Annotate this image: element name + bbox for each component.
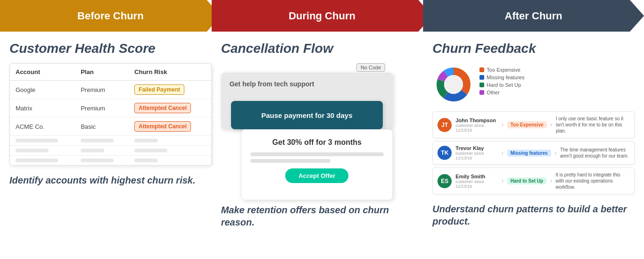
- cell-risk: Attempted Cancel: [129, 117, 211, 136]
- card-lines: [250, 152, 384, 163]
- user-name: John Thompson: [455, 117, 498, 123]
- feedback-text: I only use one basic feature so it isn't…: [556, 116, 629, 134]
- chevron-right-icon-2: ›: [551, 122, 552, 127]
- legend-dot: [479, 83, 484, 87]
- reason-badge: Missing features: [507, 150, 551, 157]
- reason-badge: Hard to Set Up: [507, 177, 546, 184]
- card-gray-text: Get help from tech support: [230, 80, 314, 88]
- cell-account: Matrix: [10, 99, 75, 117]
- avatar: JT: [438, 118, 452, 132]
- legend-label: Other: [487, 90, 500, 95]
- card-line-1: [250, 152, 384, 156]
- user-since: customer since 11/13/16: [455, 179, 498, 189]
- after-section-title: Churn Feedback: [432, 41, 536, 56]
- legend-item: Hard to Set Up: [479, 82, 524, 88]
- risk-badge: Failed Payment: [134, 84, 184, 95]
- feedback-row: ESEmily Smithcustomer since 11/13/16›Har…: [432, 167, 635, 194]
- avatar: ES: [438, 174, 452, 188]
- legend-label: Missing features: [487, 75, 524, 80]
- feedback-row: JTJohn Thompsoncustomer since 11/13/16›T…: [432, 111, 635, 138]
- accept-offer-button[interactable]: Accept Offer: [285, 168, 348, 183]
- legend-item: Missing features: [479, 75, 524, 80]
- cell-plan: Premium: [75, 81, 129, 99]
- after-churn-label: After Churn: [505, 10, 562, 22]
- chevron-right-icon: ›: [502, 122, 503, 127]
- avatar: TK: [438, 146, 452, 160]
- no-code-badge: No Code: [356, 63, 385, 72]
- feedback-text: It is pretty hard to integrate this with…: [555, 172, 629, 190]
- legend-label: Hard to Set Up: [487, 82, 521, 88]
- after-churn-arrow: After Churn: [423, 0, 644, 32]
- during-caption: Make retention offers based on churn rea…: [221, 204, 423, 228]
- card-white: Get 30% off for 3 months Accept Offer: [241, 129, 393, 200]
- table-row: GooglePremiumFailed Payment: [10, 81, 211, 99]
- before-churn-label: Before Churn: [77, 10, 144, 22]
- during-churn-label: During Churn: [289, 10, 355, 22]
- donut-area: Too ExpensiveMissing featuresHard to Set…: [432, 63, 635, 106]
- card-white-title: Get 30% off for 3 months: [272, 138, 362, 147]
- legend-dot: [479, 67, 484, 72]
- legend-item: Too Expensive: [479, 67, 524, 73]
- chevron-right-icon-2: ›: [550, 178, 552, 184]
- risk-badge: Attempted Cancel: [134, 103, 191, 113]
- table-row-empty-2: [10, 146, 211, 156]
- card-line-2: [250, 159, 330, 163]
- table-row-empty-3: [10, 156, 211, 166]
- legend-label: Too Expensive: [487, 67, 520, 73]
- cancellation-container: No Code Get help from tech support Pause…: [221, 63, 423, 195]
- feedback-container: Too ExpensiveMissing featuresHard to Set…: [432, 63, 635, 194]
- cell-plan: Basic: [75, 117, 129, 136]
- main-content: Customer Health Score Account Plan Churn…: [0, 32, 644, 233]
- table-row: MatrixPremiumAttempted Cancel: [10, 99, 211, 117]
- card-teal: Pause payment for 30 days: [231, 101, 383, 129]
- chevron-right-icon: ›: [502, 178, 503, 184]
- legend-dot: [479, 75, 484, 80]
- after-caption: Understand churn patterns to build a bet…: [432, 203, 635, 227]
- health-table-container: Account Plan Churn Risk GooglePremiumFai…: [9, 63, 212, 166]
- col-header-account: Account: [10, 64, 75, 81]
- after-churn-column: Churn Feedback Too ExpensiveMissing feat…: [432, 41, 635, 228]
- user-info: Emily Smithcustomer since 11/13/16: [455, 174, 498, 189]
- user-info: Trevor Klaycustomer since 11/13/16: [455, 145, 498, 160]
- before-churn-column: Customer Health Score Account Plan Churn…: [9, 41, 212, 228]
- cell-plan: Premium: [75, 99, 129, 117]
- card-stack: Get help from tech support Pause payment…: [221, 63, 423, 195]
- chevron-right-icon-2: ›: [555, 150, 556, 156]
- risk-badge: Attempted Cancel: [134, 121, 191, 132]
- before-section-title: Customer Health Score: [9, 41, 156, 56]
- health-table: Account Plan Churn Risk GooglePremiumFai…: [10, 64, 211, 165]
- donut-chart: [432, 63, 475, 106]
- card-teal-text: Pause payment for 30 days: [261, 111, 352, 119]
- user-since: customer since 11/13/16: [455, 151, 498, 160]
- chevron-right-icon: ›: [502, 150, 503, 156]
- table-row-empty-1: [10, 136, 211, 146]
- reason-badge: Too Expensive: [507, 121, 547, 128]
- cell-account: ACME Co.: [10, 117, 75, 136]
- cell-risk: Attempted Cancel: [129, 99, 211, 117]
- table-row: ACME Co.BasicAttempted Cancel: [10, 117, 211, 136]
- legend-items: Too ExpensiveMissing featuresHard to Set…: [479, 67, 524, 95]
- col-header-risk: Churn Risk: [129, 64, 211, 81]
- during-section-title: Cancellation Flow: [221, 41, 333, 56]
- feedback-row: TKTrevor Klaycustomer since 11/13/16›Mis…: [432, 141, 635, 165]
- user-since: customer since 11/13/16: [455, 123, 498, 133]
- svg-point-5: [444, 75, 463, 94]
- legend-item: Other: [479, 90, 524, 95]
- feedback-text: The time management features aren't good…: [560, 147, 629, 159]
- header-row: Before Churn During Churn After Churn: [0, 0, 644, 32]
- feedback-rows: JTJohn Thompsoncustomer since 11/13/16›T…: [432, 111, 635, 194]
- before-churn-arrow: Before Churn: [0, 0, 221, 32]
- cell-account: Google: [10, 81, 75, 99]
- col-header-plan: Plan: [75, 64, 129, 81]
- donut-svg: [432, 63, 475, 106]
- before-caption: Identify accounts with highest churn ris…: [9, 174, 196, 186]
- cell-risk: Failed Payment: [129, 81, 211, 99]
- during-churn-column: Cancellation Flow No Code Get help from …: [221, 41, 423, 228]
- user-name: Trevor Klay: [455, 145, 498, 151]
- user-name: Emily Smith: [455, 174, 498, 179]
- during-churn-arrow: During Churn: [212, 0, 433, 32]
- legend-dot: [479, 90, 484, 95]
- user-info: John Thompsoncustomer since 11/13/16: [455, 117, 498, 133]
